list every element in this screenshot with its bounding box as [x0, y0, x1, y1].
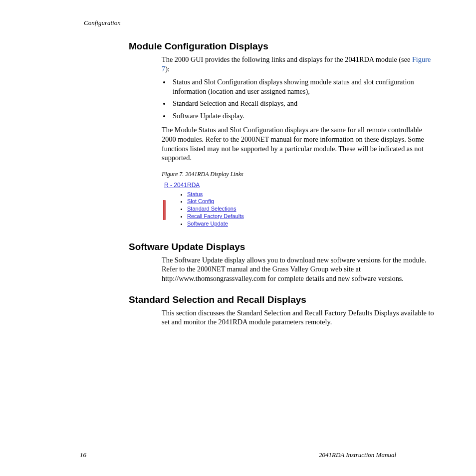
softupdate-para: The Software Update display allows you t… — [162, 255, 436, 283]
modconfig-para2: The Module Status and Slot Configuration… — [162, 125, 436, 162]
modconfig-intro: The 2000 GUI provides the following link… — [162, 55, 436, 73]
bullet-item: Standard Selection and Recall displays, … — [171, 99, 436, 108]
figure-link-item[interactable]: Status — [187, 191, 249, 198]
modconfig-bullets: Status and Slot Configuration displays s… — [162, 77, 436, 120]
figure-link-item[interactable]: Software Update — [187, 220, 249, 228]
bullet-item: Status and Slot Configuration displays s… — [171, 77, 436, 96]
figure-link-item[interactable]: Standard Selections — [187, 205, 249, 213]
bullet-item: Software Update display. — [171, 111, 436, 121]
modconfig-intro-b: ): — [165, 65, 170, 73]
heading-software-update: Software Update Displays — [129, 241, 436, 252]
manual-title: 2041RDA Instruction Manual — [319, 451, 396, 459]
heading-module-config: Module Configuration Displays — [129, 41, 436, 52]
figure-7-caption: Figure 7. 2041RDA Display Links — [162, 171, 436, 179]
figure-sidebar-decoration — [163, 200, 166, 220]
figure-link-item[interactable]: Recall Factory Defaults — [187, 213, 249, 220]
page-footer: 16 2041RDA Instruction Manual — [80, 451, 396, 459]
page-number: 16 — [80, 451, 86, 459]
figure-link-item[interactable]: Slot Config — [187, 198, 249, 205]
running-header: Configuration — [84, 19, 436, 27]
figure-7-box: R - 2041RDA Status Slot Config Standard … — [162, 180, 249, 230]
standardsel-para: This section discusses the Standard Sele… — [162, 308, 436, 327]
heading-standard-selection: Standard Selection and Recall Displays — [129, 294, 436, 305]
modconfig-intro-a: The 2000 GUI provides the following link… — [162, 55, 412, 63]
figure-module-link[interactable]: R - 2041RDA — [163, 181, 249, 189]
